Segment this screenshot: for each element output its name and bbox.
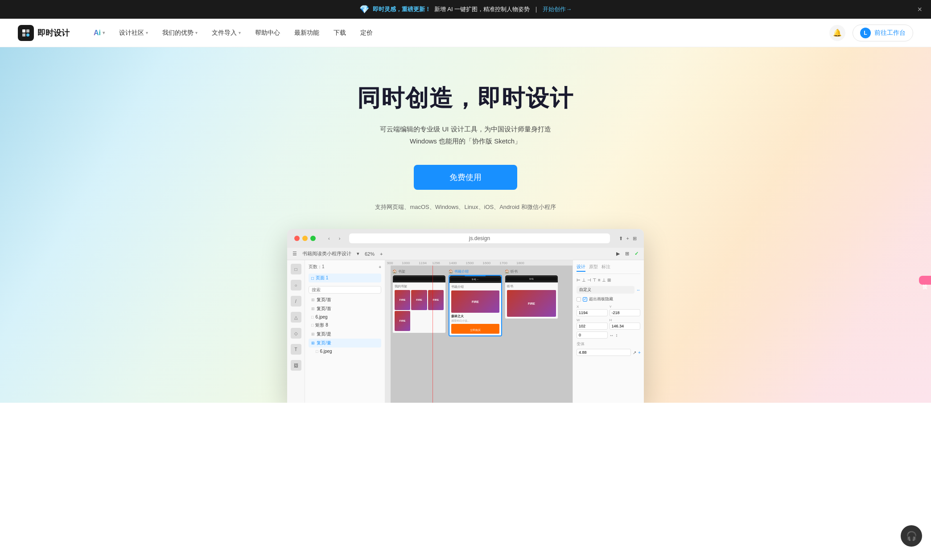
layer-item-5[interactable]: ⊞ 复页/是: [309, 330, 381, 339]
frame-type-dropdown[interactable]: 自定义: [577, 286, 634, 294]
frame-label-bookshelf: 书架: [398, 269, 405, 274]
dropdown-icon[interactable]: ▾: [357, 251, 359, 257]
pen-tool[interactable]: /: [291, 296, 301, 307]
y-label: Y: [610, 305, 641, 309]
tab-annotation[interactable]: 标注: [601, 264, 610, 272]
layer-item-1[interactable]: ⊞ 复页/首: [309, 295, 381, 304]
nav-item-advantages[interactable]: 我们的优势 ▾: [156, 25, 204, 41]
plus-icon[interactable]: +: [626, 236, 629, 241]
frame-content-bookshelf: 我的书架 FIRE FIRE: [392, 275, 446, 333]
nav-item-new-features[interactable]: 最新功能: [288, 25, 325, 41]
zoom-plus-icon[interactable]: +: [380, 251, 383, 257]
align-left-icon[interactable]: ⊢: [577, 278, 581, 282]
layer-icon: □: [311, 323, 313, 327]
align-bottom-icon[interactable]: ⊥: [602, 278, 606, 282]
hero-title: 同时创造，即时设计: [357, 83, 574, 114]
nav-forward-button[interactable]: ›: [335, 235, 344, 242]
page-item[interactable]: □ 页面 1: [309, 274, 381, 282]
add-page-icon[interactable]: +: [379, 265, 381, 270]
triangle-tool[interactable]: △: [291, 312, 301, 323]
nav-label-download: 下载: [334, 29, 346, 37]
app-window: ‹ › js.design ⬆ + ⊞ ☰ 书籍阅读类小程序设计 ▾ 62% +…: [287, 229, 644, 403]
hero-subtitle-line1: 可云端编辑的专业级 UI 设计工具，为中国设计师量身打造: [380, 125, 551, 133]
frame-content-intro: 102 x 146.34 9:41 ··· 书籍介绍: [449, 275, 502, 336]
layer-search-input[interactable]: [309, 286, 381, 294]
nav-item-help[interactable]: 帮助中心: [249, 25, 286, 41]
nav-item-pricing[interactable]: 定价: [354, 25, 379, 41]
frames-container: 🏠 书架 我的书架: [392, 269, 571, 401]
chevron-down-icon: ▾: [195, 30, 198, 35]
x-input[interactable]: [577, 309, 608, 316]
svg-rect-0: [22, 29, 25, 33]
checkbox-clip[interactable]: [577, 297, 581, 302]
checkbox-overflow[interactable]: ✓: [583, 297, 587, 302]
frame-book-intro[interactable]: 🏠 书籍介绍 102 x 146.34 9:41 ···: [449, 269, 502, 336]
search-box[interactable]: [309, 286, 381, 294]
x-field: X: [577, 305, 608, 316]
nav-item-import[interactable]: 文件导入 ▾: [206, 25, 247, 41]
nav-item-ai[interactable]: Ai ▾: [87, 25, 111, 41]
node-tool[interactable]: ◇: [291, 328, 301, 339]
transform-input[interactable]: [577, 349, 631, 356]
flip-v-icon[interactable]: ↕: [616, 333, 618, 338]
goto-workspace-button[interactable]: L 前往工作台: [853, 25, 913, 41]
align-center-icon[interactable]: ⊥: [582, 278, 586, 282]
frame-bookshelf[interactable]: 🏠 书架 我的书架: [392, 269, 446, 333]
share-icon[interactable]: ⬆: [619, 236, 623, 241]
panel-tabs: 设计 原型 标注: [577, 264, 640, 274]
banner-close[interactable]: ×: [917, 5, 922, 14]
layer-item-6[interactable]: ⊞ 复页/量: [309, 339, 381, 347]
address-bar[interactable]: js.design: [349, 233, 610, 243]
w-field: W: [577, 318, 608, 330]
nav-back-button[interactable]: ‹: [325, 235, 334, 242]
nav-item-design-community[interactable]: 设计社区 ▾: [113, 25, 154, 41]
window-dot-yellow[interactable]: [302, 236, 308, 241]
notification-bell-button[interactable]: 🔔: [829, 25, 845, 41]
layer-item-2[interactable]: ⊞ 复页/首: [309, 304, 381, 313]
align-middle-icon[interactable]: ≡: [598, 278, 601, 282]
text-tool[interactable]: T: [291, 344, 301, 355]
auto-layout-icon[interactable]: ↔: [636, 288, 640, 292]
banner-body: 新增 AI 一键扩图，精准控制人物姿势: [434, 5, 530, 13]
frame-audiobook[interactable]: 🏠 听书 9:41 听书: [505, 269, 558, 319]
play-icon[interactable]: ▶: [616, 251, 620, 257]
window-dot-green[interactable]: [310, 236, 316, 241]
site-logo[interactable]: 即时设计: [18, 25, 70, 41]
secondary-toolbar: ☰ 书籍阅读类小程序设计 ▾ 62% + ▶ ⊞ ✓: [287, 248, 644, 260]
canvas-area[interactable]: 90010001194129614001500160017001800 🏠 书架: [385, 260, 573, 403]
image-tool[interactable]: 🖼: [291, 360, 301, 371]
collab-icon[interactable]: ⊞: [625, 251, 629, 257]
ellipse-tool[interactable]: ○: [291, 280, 301, 290]
banner-cta[interactable]: 开始创作→: [543, 5, 572, 13]
hero-cta-button[interactable]: 免费使用: [414, 165, 517, 190]
tab-design[interactable]: 设计: [577, 264, 585, 272]
grid-icon[interactable]: ⊞: [633, 236, 637, 241]
overflow-row: ✓ 超出画板隐藏: [577, 296, 640, 302]
expand-icon[interactable]: ↗: [633, 350, 636, 355]
h-label: H: [610, 318, 641, 322]
select-tool[interactable]: □: [291, 264, 301, 274]
chevron-down-icon: ▾: [239, 30, 241, 35]
w-input[interactable]: [577, 323, 608, 330]
selection-label: 102 x 146.34: [465, 275, 486, 276]
align-top-icon[interactable]: ⊤: [593, 278, 597, 282]
layer-item-3[interactable]: □ 6.jpeg: [309, 313, 381, 321]
chevron-down-icon: ▾: [146, 30, 148, 35]
feedback-button[interactable]: 反馈: [919, 276, 931, 285]
tab-prototype[interactable]: 原型: [589, 264, 598, 272]
window-dot-red[interactable]: [294, 236, 300, 241]
nav-item-download[interactable]: 下载: [327, 25, 352, 41]
navbar-actions: 🔔 L 前往工作台: [829, 25, 913, 41]
h-input[interactable]: [610, 323, 641, 330]
menu-icon[interactable]: ☰: [292, 251, 297, 257]
align-right-icon[interactable]: ⊣: [587, 278, 591, 282]
add-transform-icon[interactable]: +: [638, 350, 641, 355]
flip-h-icon[interactable]: ↔: [610, 333, 614, 338]
layer-item-7[interactable]: □ 6.jpeg: [309, 347, 381, 355]
layer-item-4[interactable]: □ 矩形 8: [309, 321, 381, 330]
frame-type-label: 自定义: [579, 287, 591, 292]
rotation-input[interactable]: [577, 331, 608, 339]
top-banner: 💎 即时灵感，重磅更新！ 新增 AI 一键扩图，精准控制人物姿势 ｜ 开始创作→…: [0, 0, 931, 19]
y-input[interactable]: [610, 309, 641, 316]
distribute-icon[interactable]: ⊞: [607, 278, 611, 282]
